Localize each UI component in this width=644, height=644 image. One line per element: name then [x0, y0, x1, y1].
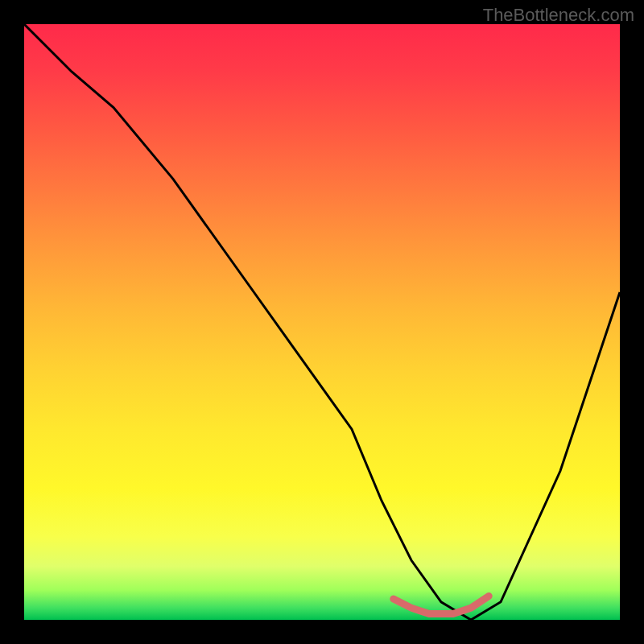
bottleneck-curve-line	[24, 24, 620, 620]
optimal-range-highlight	[394, 596, 489, 613]
watermark-text: TheBottleneck.com	[483, 5, 634, 26]
bottleneck-chart	[24, 24, 620, 620]
